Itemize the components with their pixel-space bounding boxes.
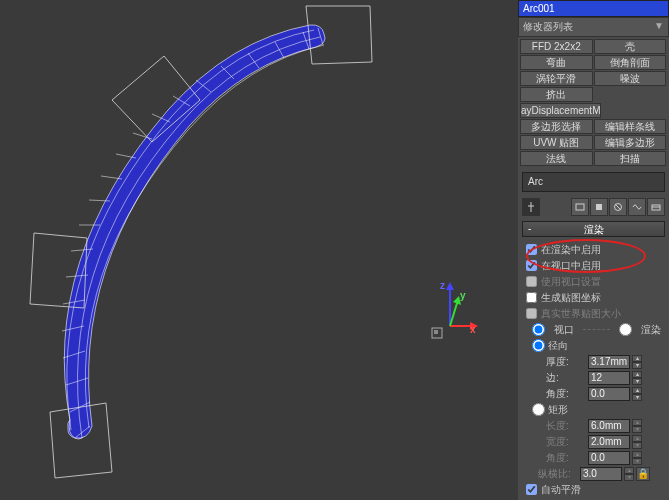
- sides-field[interactable]: [588, 371, 630, 385]
- mod-bend[interactable]: 弯曲: [520, 55, 593, 70]
- mod-normal[interactable]: 法线: [520, 151, 593, 166]
- object-name-field[interactable]: Arc001: [518, 0, 669, 17]
- use-viewport-label: 使用视口设置: [541, 275, 601, 289]
- mod-shell[interactable]: 壳: [594, 39, 667, 54]
- rect-radio[interactable]: [532, 403, 545, 416]
- gen-map-coords[interactable]: [526, 292, 537, 303]
- aspect-label: 纵横比:: [538, 467, 578, 481]
- length-field: [588, 419, 630, 433]
- modifier-stack[interactable]: Arc: [522, 172, 665, 192]
- angle2-field: [588, 451, 630, 465]
- lock-icon: 🔒: [636, 467, 650, 481]
- mod-uvwmap[interactable]: UVW 贴图: [520, 135, 593, 150]
- enable-in-viewport-label: 在视口中启用: [541, 259, 601, 273]
- svg-rect-28: [434, 330, 438, 334]
- svg-rect-29: [576, 204, 584, 210]
- use-viewport-settings: [526, 276, 537, 287]
- radial-label: 径向: [548, 339, 568, 353]
- mod-turbosmooth[interactable]: 涡轮平滑: [520, 71, 593, 86]
- svg-marker-22: [446, 282, 454, 290]
- thickness-spinner[interactable]: ▴▾: [632, 355, 642, 369]
- mod-bevel-profile[interactable]: 倒角剖面: [594, 55, 667, 70]
- autosmooth[interactable]: [526, 484, 537, 495]
- thickness-label: 厚度:: [546, 355, 586, 369]
- delete-mod-button[interactable]: [609, 198, 627, 216]
- viewport-radio[interactable]: [532, 323, 545, 336]
- rollout-render[interactable]: - 渲染: [522, 221, 665, 237]
- viewport-geometry: [0, 0, 518, 500]
- axis-z-label: z: [440, 280, 445, 291]
- width-spinner: ▴▾: [632, 435, 642, 449]
- presets-button[interactable]: [647, 198, 665, 216]
- viewport-radio-label: 视口: [554, 323, 574, 337]
- sides-label: 边:: [546, 371, 586, 385]
- gen-map-label: 生成贴图坐标: [541, 291, 601, 305]
- modifier-grid: FFD 2x2x2 壳 弯曲 倒角剖面 涡轮平滑 噪波 挤出 ayDisplac…: [520, 39, 667, 166]
- angle2-label: 角度:: [546, 451, 586, 465]
- angle-label: 角度:: [546, 387, 586, 401]
- width-label: 宽度:: [546, 435, 586, 449]
- mod-noise[interactable]: 噪波: [594, 71, 667, 86]
- modifier-list-dropdown[interactable]: 修改器列表 ▼: [518, 17, 669, 37]
- axis-y-label: y: [460, 290, 466, 301]
- aspect-field: [580, 467, 622, 481]
- rollout-render-label: 渲染: [584, 224, 604, 235]
- make-unique-button[interactable]: [590, 198, 608, 216]
- pin-stack-button[interactable]: [522, 198, 540, 216]
- render-radio-label: 渲染: [641, 323, 661, 337]
- view-gizmo[interactable]: x y z: [428, 280, 478, 340]
- real-world-label: 真实世界贴图大小: [541, 307, 621, 321]
- enable-in-render[interactable]: [526, 244, 537, 255]
- mod-editpoly[interactable]: 编辑多边形: [594, 135, 667, 150]
- svg-line-32: [615, 204, 621, 210]
- side-panel: Arc001 修改器列表 ▼ FFD 2x2x2 壳 弯曲 倒角剖面 涡轮平滑 …: [518, 0, 669, 500]
- stack-toolbar: [522, 198, 665, 216]
- chevron-down-icon: ▼: [654, 20, 664, 34]
- sides-spinner[interactable]: ▴▾: [632, 371, 642, 385]
- length-spinner: ▴▾: [632, 419, 642, 433]
- width-field: [588, 435, 630, 449]
- aspect-spinner: ▴▾: [624, 467, 634, 481]
- rect-label: 矩形: [548, 403, 568, 417]
- axis-x-label: x: [470, 324, 476, 335]
- mod-extrude[interactable]: 挤出: [520, 87, 593, 102]
- mod-sweep[interactable]: 扫描: [594, 151, 667, 166]
- mod-editspline[interactable]: 编辑样条线: [594, 119, 667, 134]
- autosmooth-label: 自动平滑: [541, 483, 581, 497]
- thickness-field[interactable]: [588, 355, 630, 369]
- angle-spinner[interactable]: ▴▾: [632, 387, 642, 401]
- show-end-result-button[interactable]: [571, 198, 589, 216]
- modifier-list-label: 修改器列表: [523, 20, 573, 34]
- enable-in-viewport[interactable]: [526, 260, 537, 271]
- angle2-spinner: ▴▾: [632, 451, 642, 465]
- viewport[interactable]: x y z: [0, 0, 518, 500]
- config-button[interactable]: [628, 198, 646, 216]
- mod-polyselect[interactable]: 多边形选择: [520, 119, 593, 134]
- length-label: 长度:: [546, 419, 586, 433]
- svg-rect-30: [596, 204, 602, 210]
- angle-field[interactable]: [588, 387, 630, 401]
- radial-radio[interactable]: [532, 339, 545, 352]
- mod-ffd[interactable]: FFD 2x2x2: [520, 39, 593, 54]
- enable-in-render-label: 在渲染中启用: [541, 243, 601, 257]
- render-radio[interactable]: [619, 323, 632, 336]
- real-world-size: [526, 308, 537, 319]
- svg-line-25: [450, 300, 458, 326]
- mod-displacement[interactable]: ayDisplacementM: [520, 103, 601, 118]
